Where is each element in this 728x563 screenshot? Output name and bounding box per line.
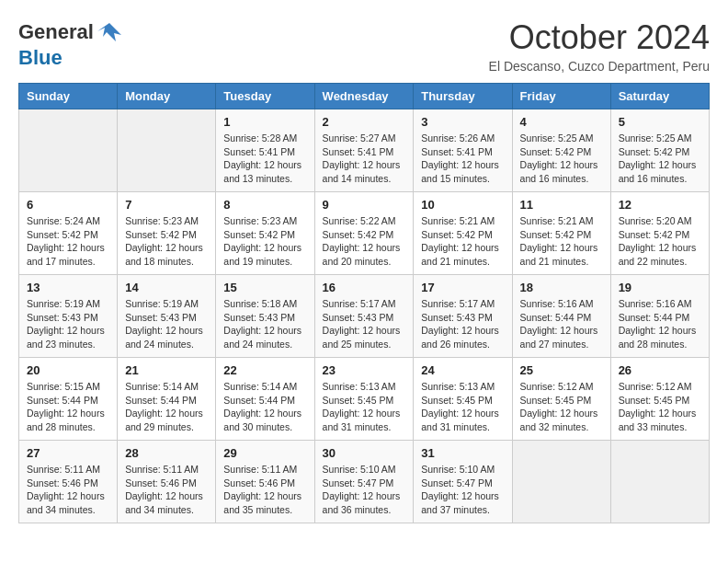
day-info: Sunrise: 5:12 AM Sunset: 5:45 PM Dayligh… [520, 380, 603, 434]
day-number: 26 [619, 363, 701, 377]
day-number: 16 [323, 281, 406, 294]
day-info: Sunrise: 5:18 AM Sunset: 5:43 PM Dayligh… [223, 297, 306, 351]
day-number: 4 [520, 115, 603, 129]
calendar-cell [118, 109, 216, 192]
day-info: Sunrise: 5:26 AM Sunset: 5:41 PM Dayligh… [421, 132, 504, 186]
weekday-header-wednesday: Wednesday [314, 84, 414, 109]
calendar-cell [19, 109, 118, 192]
calendar-cell: 7Sunrise: 5:23 AM Sunset: 5:42 PM Daylig… [118, 192, 216, 275]
day-info: Sunrise: 5:14 AM Sunset: 5:44 PM Dayligh… [125, 380, 208, 434]
logo-general-text: General [18, 20, 94, 44]
day-info: Sunrise: 5:21 AM Sunset: 5:42 PM Dayligh… [520, 214, 603, 269]
calendar-cell: 5Sunrise: 5:25 AM Sunset: 5:42 PM Daylig… [610, 109, 709, 192]
page-header: General Blue October 2024 El Descanso, C… [18, 18, 710, 74]
calendar-cell: 2Sunrise: 5:27 AM Sunset: 5:41 PM Daylig… [314, 109, 414, 192]
calendar-week-row: 13Sunrise: 5:19 AM Sunset: 5:43 PM Dayli… [19, 275, 710, 358]
calendar-cell [512, 441, 610, 523]
day-info: Sunrise: 5:11 AM Sunset: 5:46 PM Dayligh… [223, 463, 306, 517]
svg-marker-0 [97, 23, 121, 41]
day-info: Sunrise: 5:24 AM Sunset: 5:42 PM Dayligh… [27, 214, 109, 269]
day-number: 24 [421, 363, 504, 377]
calendar-cell: 22Sunrise: 5:14 AM Sunset: 5:44 PM Dayli… [216, 358, 314, 441]
day-number: 17 [421, 281, 504, 294]
day-number: 28 [125, 446, 208, 460]
calendar-cell: 27Sunrise: 5:11 AM Sunset: 5:46 PM Dayli… [19, 441, 118, 523]
weekday-header-thursday: Thursday [414, 84, 512, 109]
logo-blue-text: Blue [18, 46, 63, 70]
calendar-cell: 14Sunrise: 5:19 AM Sunset: 5:43 PM Dayli… [118, 275, 216, 358]
calendar-cell: 8Sunrise: 5:23 AM Sunset: 5:42 PM Daylig… [216, 192, 314, 275]
day-info: Sunrise: 5:11 AM Sunset: 5:46 PM Dayligh… [27, 463, 109, 517]
weekday-header-monday: Monday [118, 84, 216, 109]
calendar-cell: 26Sunrise: 5:12 AM Sunset: 5:45 PM Dayli… [610, 358, 709, 441]
calendar-week-row: 20Sunrise: 5:15 AM Sunset: 5:44 PM Dayli… [19, 358, 710, 441]
calendar-cell: 13Sunrise: 5:19 AM Sunset: 5:43 PM Dayli… [19, 275, 118, 358]
day-info: Sunrise: 5:23 AM Sunset: 5:42 PM Dayligh… [125, 214, 208, 269]
day-info: Sunrise: 5:20 AM Sunset: 5:42 PM Dayligh… [619, 214, 701, 269]
day-number: 21 [125, 363, 208, 377]
calendar-cell: 20Sunrise: 5:15 AM Sunset: 5:44 PM Dayli… [19, 358, 118, 441]
day-info: Sunrise: 5:15 AM Sunset: 5:44 PM Dayligh… [27, 380, 109, 434]
day-number: 23 [323, 363, 406, 377]
day-info: Sunrise: 5:19 AM Sunset: 5:43 PM Dayligh… [125, 297, 208, 351]
calendar-cell: 19Sunrise: 5:16 AM Sunset: 5:44 PM Dayli… [610, 275, 709, 358]
day-number: 19 [619, 281, 701, 294]
day-number: 14 [125, 281, 208, 294]
calendar-cell: 18Sunrise: 5:16 AM Sunset: 5:44 PM Dayli… [512, 275, 610, 358]
calendar-cell: 10Sunrise: 5:21 AM Sunset: 5:42 PM Dayli… [414, 192, 512, 275]
day-info: Sunrise: 5:17 AM Sunset: 5:43 PM Dayligh… [323, 297, 406, 351]
day-number: 31 [421, 446, 504, 460]
calendar-cell [610, 441, 709, 523]
day-info: Sunrise: 5:23 AM Sunset: 5:42 PM Dayligh… [223, 214, 306, 269]
day-number: 29 [223, 446, 306, 460]
day-info: Sunrise: 5:16 AM Sunset: 5:44 PM Dayligh… [520, 297, 603, 351]
calendar-cell: 17Sunrise: 5:17 AM Sunset: 5:43 PM Dayli… [414, 275, 512, 358]
day-number: 30 [323, 446, 406, 460]
weekday-header-sunday: Sunday [19, 84, 118, 109]
day-number: 22 [223, 363, 306, 377]
day-number: 2 [323, 115, 406, 129]
location-text: El Descanso, Cuzco Department, Peru [489, 59, 710, 74]
calendar-cell: 12Sunrise: 5:20 AM Sunset: 5:42 PM Dayli… [610, 192, 709, 275]
day-number: 5 [619, 115, 701, 129]
day-info: Sunrise: 5:11 AM Sunset: 5:46 PM Dayligh… [125, 463, 208, 517]
day-number: 9 [323, 198, 406, 212]
day-info: Sunrise: 5:28 AM Sunset: 5:41 PM Dayligh… [223, 132, 306, 186]
day-info: Sunrise: 5:19 AM Sunset: 5:43 PM Dayligh… [27, 297, 109, 351]
calendar-cell: 1Sunrise: 5:28 AM Sunset: 5:41 PM Daylig… [216, 109, 314, 192]
calendar-week-row: 6Sunrise: 5:24 AM Sunset: 5:42 PM Daylig… [19, 192, 710, 275]
day-number: 3 [421, 115, 504, 129]
day-number: 11 [520, 198, 603, 212]
day-number: 10 [421, 198, 504, 212]
day-info: Sunrise: 5:10 AM Sunset: 5:47 PM Dayligh… [323, 463, 406, 517]
weekday-header-row: SundayMondayTuesdayWednesdayThursdayFrid… [19, 84, 710, 109]
month-title: October 2024 [489, 18, 710, 57]
day-number: 7 [125, 198, 208, 212]
day-info: Sunrise: 5:13 AM Sunset: 5:45 PM Dayligh… [421, 380, 504, 434]
calendar-cell: 21Sunrise: 5:14 AM Sunset: 5:44 PM Dayli… [118, 358, 216, 441]
weekday-header-friday: Friday [512, 84, 610, 109]
day-info: Sunrise: 5:13 AM Sunset: 5:45 PM Dayligh… [323, 380, 406, 434]
day-info: Sunrise: 5:14 AM Sunset: 5:44 PM Dayligh… [223, 380, 306, 434]
day-number: 1 [223, 115, 306, 129]
calendar-week-row: 1Sunrise: 5:28 AM Sunset: 5:41 PM Daylig… [19, 109, 710, 192]
day-number: 18 [520, 281, 603, 294]
calendar-cell: 28Sunrise: 5:11 AM Sunset: 5:46 PM Dayli… [118, 441, 216, 523]
calendar-cell: 4Sunrise: 5:25 AM Sunset: 5:42 PM Daylig… [512, 109, 610, 192]
day-info: Sunrise: 5:10 AM Sunset: 5:47 PM Dayligh… [421, 463, 504, 517]
calendar-header: SundayMondayTuesdayWednesdayThursdayFrid… [19, 84, 710, 109]
day-number: 27 [27, 446, 109, 460]
calendar-cell: 15Sunrise: 5:18 AM Sunset: 5:43 PM Dayli… [216, 275, 314, 358]
calendar-cell: 3Sunrise: 5:26 AM Sunset: 5:41 PM Daylig… [414, 109, 512, 192]
calendar-cell: 11Sunrise: 5:21 AM Sunset: 5:42 PM Dayli… [512, 192, 610, 275]
calendar-cell: 16Sunrise: 5:17 AM Sunset: 5:43 PM Dayli… [314, 275, 414, 358]
day-number: 20 [27, 363, 109, 377]
calendar-cell: 6Sunrise: 5:24 AM Sunset: 5:42 PM Daylig… [19, 192, 118, 275]
day-number: 12 [619, 198, 701, 212]
day-number: 6 [27, 198, 109, 212]
title-area: October 2024 El Descanso, Cuzco Departme… [489, 18, 710, 74]
logo: General Blue [18, 18, 123, 70]
day-info: Sunrise: 5:16 AM Sunset: 5:44 PM Dayligh… [619, 297, 701, 351]
calendar-cell: 31Sunrise: 5:10 AM Sunset: 5:47 PM Dayli… [414, 441, 512, 523]
calendar-week-row: 27Sunrise: 5:11 AM Sunset: 5:46 PM Dayli… [19, 441, 710, 523]
